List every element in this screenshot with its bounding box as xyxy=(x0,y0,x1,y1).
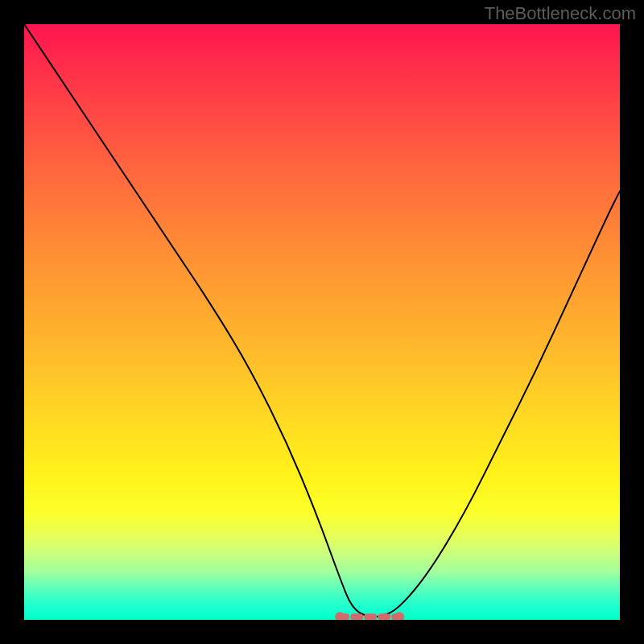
chart-frame: TheBottleneck.com xyxy=(0,0,644,644)
bottleneck-curve xyxy=(24,24,620,617)
svg-point-2 xyxy=(394,612,404,620)
curve-svg xyxy=(24,24,620,620)
flat-min-marker xyxy=(335,612,404,620)
plot-area xyxy=(24,24,620,620)
svg-point-1 xyxy=(335,612,345,620)
watermark-text: TheBottleneck.com xyxy=(485,3,636,24)
